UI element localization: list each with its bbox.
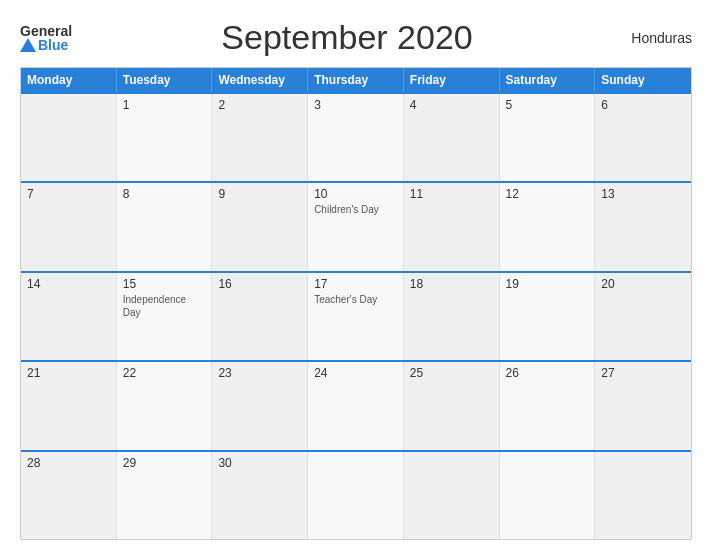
cal-cell: 6 bbox=[595, 94, 691, 181]
calendar: MondayTuesdayWednesdayThursdayFridaySatu… bbox=[20, 67, 692, 540]
day-number: 13 bbox=[601, 187, 685, 201]
country-label: Honduras bbox=[622, 30, 692, 46]
day-number: 7 bbox=[27, 187, 110, 201]
cal-cell: 11 bbox=[404, 183, 500, 270]
cal-cell: 14 bbox=[21, 273, 117, 360]
cal-cell: 2 bbox=[212, 94, 308, 181]
week-row-5: 282930 bbox=[21, 450, 691, 539]
day-number: 15 bbox=[123, 277, 206, 291]
day-number: 16 bbox=[218, 277, 301, 291]
day-event: Independence Day bbox=[123, 293, 206, 319]
day-number: 2 bbox=[218, 98, 301, 112]
day-number: 5 bbox=[506, 98, 589, 112]
day-number: 27 bbox=[601, 366, 685, 380]
cal-cell: 15Independence Day bbox=[117, 273, 213, 360]
cal-cell: 4 bbox=[404, 94, 500, 181]
logo: General Blue bbox=[20, 24, 72, 52]
cal-cell: 1 bbox=[117, 94, 213, 181]
day-number: 3 bbox=[314, 98, 397, 112]
cal-cell: 13 bbox=[595, 183, 691, 270]
cal-cell: 22 bbox=[117, 362, 213, 449]
day-number: 23 bbox=[218, 366, 301, 380]
header-day-tuesday: Tuesday bbox=[117, 68, 213, 92]
week-row-2: 78910Children's Day111213 bbox=[21, 181, 691, 270]
cal-cell bbox=[21, 94, 117, 181]
day-number: 21 bbox=[27, 366, 110, 380]
logo-general-text: General bbox=[20, 24, 72, 38]
day-number: 6 bbox=[601, 98, 685, 112]
cal-cell: 21 bbox=[21, 362, 117, 449]
cal-cell: 10Children's Day bbox=[308, 183, 404, 270]
cal-cell: 24 bbox=[308, 362, 404, 449]
cal-cell: 26 bbox=[500, 362, 596, 449]
cal-cell: 25 bbox=[404, 362, 500, 449]
cal-cell: 12 bbox=[500, 183, 596, 270]
header-day-monday: Monday bbox=[21, 68, 117, 92]
cal-cell: 27 bbox=[595, 362, 691, 449]
cal-cell: 3 bbox=[308, 94, 404, 181]
logo-blue-row: Blue bbox=[20, 38, 68, 52]
cal-cell: 23 bbox=[212, 362, 308, 449]
header-day-thursday: Thursday bbox=[308, 68, 404, 92]
cal-cell: 30 bbox=[212, 452, 308, 539]
week-row-4: 21222324252627 bbox=[21, 360, 691, 449]
cal-cell bbox=[308, 452, 404, 539]
calendar-body: 12345678910Children's Day1112131415Indep… bbox=[21, 92, 691, 539]
day-number: 4 bbox=[410, 98, 493, 112]
day-number: 1 bbox=[123, 98, 206, 112]
cal-cell bbox=[595, 452, 691, 539]
day-number: 22 bbox=[123, 366, 206, 380]
day-number: 18 bbox=[410, 277, 493, 291]
header-day-wednesday: Wednesday bbox=[212, 68, 308, 92]
day-number: 9 bbox=[218, 187, 301, 201]
day-number: 29 bbox=[123, 456, 206, 470]
day-event: Children's Day bbox=[314, 203, 397, 216]
week-row-3: 1415Independence Day1617Teacher's Day181… bbox=[21, 271, 691, 360]
cal-cell: 8 bbox=[117, 183, 213, 270]
calendar-title: September 2020 bbox=[72, 18, 622, 57]
day-number: 10 bbox=[314, 187, 397, 201]
cal-cell: 20 bbox=[595, 273, 691, 360]
day-number: 14 bbox=[27, 277, 110, 291]
day-number: 25 bbox=[410, 366, 493, 380]
cal-cell: 18 bbox=[404, 273, 500, 360]
day-number: 28 bbox=[27, 456, 110, 470]
day-event: Teacher's Day bbox=[314, 293, 397, 306]
day-number: 8 bbox=[123, 187, 206, 201]
header-day-sunday: Sunday bbox=[595, 68, 691, 92]
cal-cell bbox=[500, 452, 596, 539]
day-number: 17 bbox=[314, 277, 397, 291]
day-number: 19 bbox=[506, 277, 589, 291]
week-row-1: 123456 bbox=[21, 92, 691, 181]
cal-cell: 5 bbox=[500, 94, 596, 181]
cal-cell: 16 bbox=[212, 273, 308, 360]
day-number: 24 bbox=[314, 366, 397, 380]
page: General Blue September 2020 Honduras Mon… bbox=[0, 0, 712, 550]
cal-cell: 28 bbox=[21, 452, 117, 539]
logo-blue-text: Blue bbox=[38, 38, 68, 52]
calendar-header: MondayTuesdayWednesdayThursdayFridaySatu… bbox=[21, 68, 691, 92]
header-day-saturday: Saturday bbox=[500, 68, 596, 92]
header: General Blue September 2020 Honduras bbox=[20, 18, 692, 57]
cal-cell bbox=[404, 452, 500, 539]
cal-cell: 19 bbox=[500, 273, 596, 360]
cal-cell: 29 bbox=[117, 452, 213, 539]
day-number: 30 bbox=[218, 456, 301, 470]
day-number: 20 bbox=[601, 277, 685, 291]
logo-triangle-icon bbox=[20, 38, 36, 52]
cal-cell: 17Teacher's Day bbox=[308, 273, 404, 360]
header-day-friday: Friday bbox=[404, 68, 500, 92]
cal-cell: 7 bbox=[21, 183, 117, 270]
day-number: 11 bbox=[410, 187, 493, 201]
cal-cell: 9 bbox=[212, 183, 308, 270]
day-number: 26 bbox=[506, 366, 589, 380]
day-number: 12 bbox=[506, 187, 589, 201]
